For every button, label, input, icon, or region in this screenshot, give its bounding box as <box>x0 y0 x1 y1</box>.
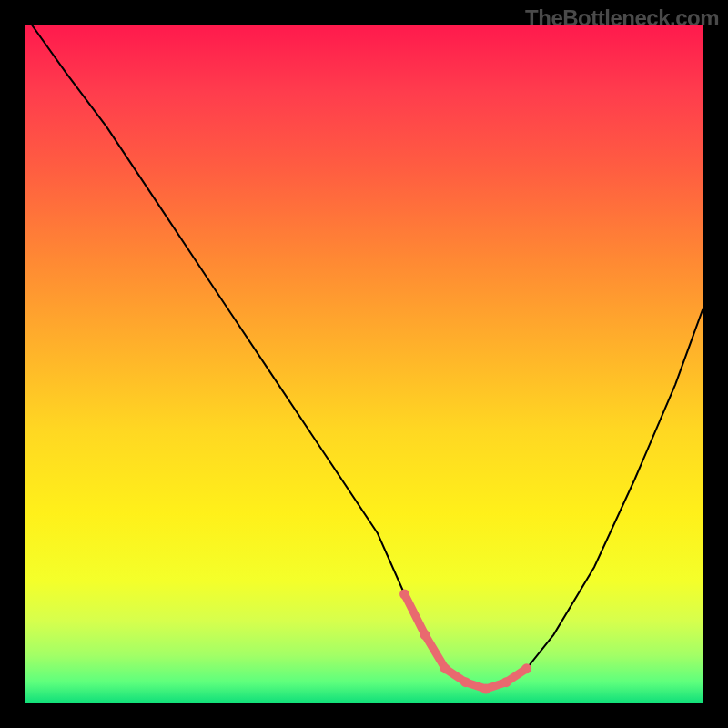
highlight-dot <box>420 630 430 640</box>
highlight-dot <box>440 663 450 673</box>
curve-svg <box>25 25 703 703</box>
chart-container: TheBottleneck.com <box>0 0 728 728</box>
highlight-dot <box>521 663 531 673</box>
highlight-dot <box>480 684 490 694</box>
plot-area <box>25 25 703 703</box>
bottleneck-curve-line <box>32 25 703 689</box>
highlight-dot <box>399 590 410 600</box>
highlight-dot <box>460 677 470 687</box>
highlight-dot <box>501 677 511 687</box>
optimal-range-highlight <box>405 594 527 689</box>
